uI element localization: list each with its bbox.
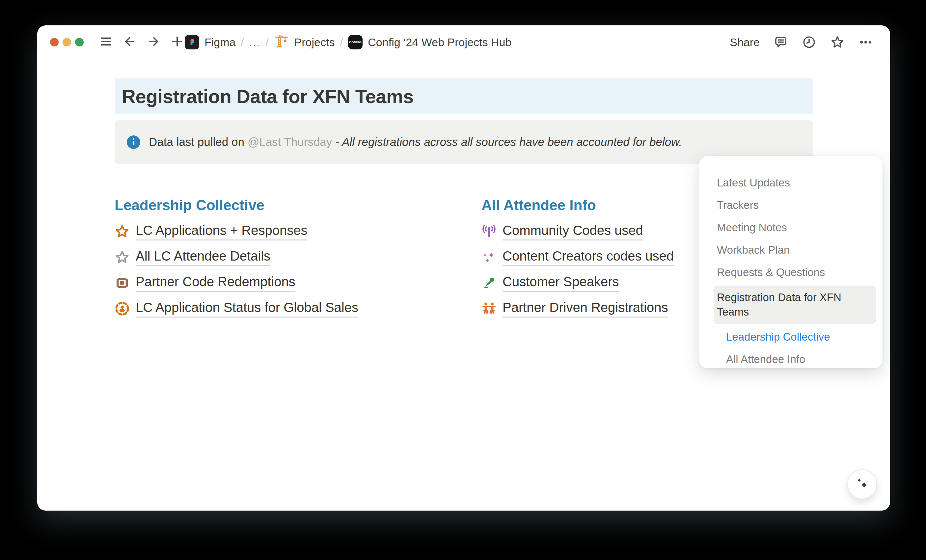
toc-item-workback-plan[interactable]: Workback Plan — [699, 239, 882, 261]
star-icon — [830, 35, 845, 49]
hamburger-icon — [99, 35, 113, 50]
comments-button[interactable] — [773, 35, 788, 49]
more-options-button[interactable] — [858, 35, 873, 49]
orange-dashed-person-icon — [115, 301, 130, 316]
page-title: Registration Data for XFN Teams — [115, 85, 414, 107]
brown-frame-icon — [115, 275, 130, 291]
plus-icon — [170, 35, 184, 50]
crane-icon — [274, 34, 289, 50]
breadcrumb-projects[interactable]: Projects — [294, 36, 335, 49]
comment-bubble-icon — [773, 35, 788, 49]
forward-button[interactable] — [146, 35, 161, 49]
breadcrumb-separator: / — [340, 36, 343, 48]
favorite-button[interactable] — [830, 35, 845, 49]
nav-cluster — [98, 35, 185, 49]
doc-link-all-lc-attendee-details[interactable]: All LC Attendee Details — [115, 244, 446, 270]
screenshot-stage: Figma / ... / Projects / CONFIG Config ‘… — [0, 0, 926, 560]
toc-item-leadership-collective[interactable]: Leadership Collective — [699, 326, 882, 348]
orange-people-icon — [481, 301, 496, 316]
back-button[interactable] — [122, 35, 137, 49]
breadcrumb: Figma / ... / Projects / CONFIG Config ‘… — [185, 34, 511, 50]
history-button[interactable] — [802, 35, 816, 49]
sparkles-icon — [853, 476, 871, 493]
table-of-contents-panel: Latest Updates Trackers Meeting Notes Wo… — [699, 156, 882, 368]
figma-app-icon[interactable] — [185, 35, 199, 49]
info-icon: i — [127, 135, 140, 149]
breadcrumb-separator: / — [266, 36, 269, 48]
toc-item-latest-updates[interactable]: Latest Updates — [699, 172, 882, 194]
ellipsis-icon — [858, 35, 873, 49]
sidebar-menu-button[interactable] — [98, 35, 113, 49]
clock-icon — [802, 35, 816, 49]
window-controls — [50, 38, 84, 47]
date-mention[interactable]: @Last Thursday — [248, 135, 332, 148]
purple-sparkles-icon — [481, 250, 496, 265]
green-microphone-icon — [481, 275, 496, 291]
minimize-window-button[interactable] — [62, 38, 71, 47]
section-heading-leadership-collective: Leadership Collective — [115, 197, 446, 213]
config-page-icon: CONFIG — [348, 35, 363, 49]
app-window: Figma / ... / Projects / CONFIG Config ‘… — [37, 25, 890, 511]
share-button[interactable]: Share — [730, 36, 760, 49]
column-leadership-collective: Leadership Collective LC Applications + … — [115, 197, 446, 321]
close-window-button[interactable] — [50, 38, 59, 47]
zoom-window-button[interactable] — [75, 38, 84, 47]
toc-item-trackers[interactable]: Trackers — [699, 194, 882, 216]
doc-link-lc-applications-responses[interactable]: LC Applications + Responses — [115, 219, 446, 244]
toc-item-registration-data-active[interactable]: Registration Data for XFN Teams — [714, 286, 876, 324]
breadcrumb-separator: / — [241, 36, 244, 48]
toc-item-meeting-notes[interactable]: Meeting Notes — [699, 216, 882, 239]
doc-link-lc-application-status-global-sales[interactable]: LC Application Status for Global Sales — [115, 296, 446, 321]
back-arrow-icon — [123, 35, 137, 50]
breadcrumb-collapsed[interactable]: ... — [249, 36, 260, 49]
ai-assistant-button[interactable] — [847, 469, 877, 499]
callout-text: Data last pulled on @Last Thursday - All… — [149, 135, 682, 148]
forward-arrow-icon — [147, 35, 160, 50]
toc-item-all-attendee-info[interactable]: All Attendee Info — [699, 348, 882, 371]
page-title-highlight: Registration Data for XFN Teams — [115, 79, 813, 114]
breadcrumb-page-title[interactable]: Config ‘24 Web Projects Hub — [368, 36, 511, 49]
orange-star-icon — [115, 224, 130, 239]
gray-star-icon — [115, 250, 130, 265]
toc-item-requests-questions[interactable]: Requests & Questions — [699, 261, 882, 284]
new-tab-button[interactable] — [169, 35, 185, 49]
doc-link-partner-code-redemptions[interactable]: Partner Code Redemptions — [115, 270, 446, 296]
titlebar-actions: Share — [730, 34, 873, 50]
purple-broadcast-icon — [481, 224, 496, 239]
breadcrumb-app-name[interactable]: Figma — [204, 36, 236, 49]
